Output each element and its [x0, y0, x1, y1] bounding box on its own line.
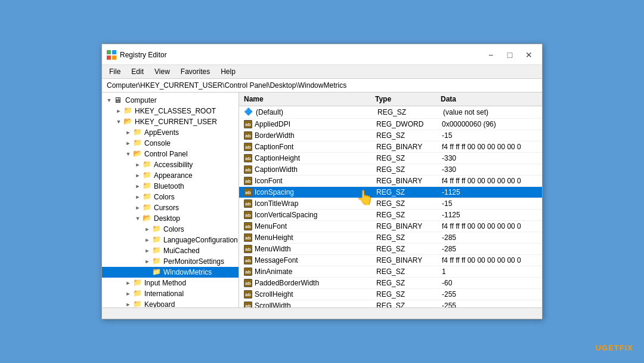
tree-label-controlpanel: Control Panel	[144, 150, 188, 158]
registry-editor-window: Registry Editor − □ ✕ File Edit View Fav…	[101, 44, 543, 319]
expand-windowmetrics	[143, 267, 152, 277]
tree-item-inputmethod[interactable]: ► 📁 Input Method	[102, 278, 239, 288]
reg-icon-scrollheight: ab	[244, 290, 252, 299]
tree-label-international: International	[144, 290, 184, 298]
menu-favorites[interactable]: Favorites	[176, 66, 215, 77]
row-minanimate[interactable]: ab MinAnimate REG_SZ 1	[239, 266, 542, 278]
row-name-menufont: MenuFont	[255, 222, 376, 230]
reg-icon-messagefont: ab	[244, 256, 252, 264]
row-name-default: (Default)	[256, 108, 377, 116]
expand-appearance: ►	[133, 171, 143, 180]
tree-item-desktopcolors[interactable]: ► 📁 Colors	[102, 224, 239, 235]
tree-label-desktop: Desktop	[154, 214, 180, 223]
row-menuwidth[interactable]: ab MenuWidth REG_SZ -285	[239, 244, 542, 255]
folder-desktopcolors-icon: 📁	[152, 224, 162, 234]
row-default[interactable]: 🔷 (Default) REG_SZ (value not set)	[239, 106, 542, 119]
tree-item-international[interactable]: ► 📁 International	[102, 288, 239, 299]
row-name-iconverticalspacing: IconVerticalSpacing	[255, 211, 376, 219]
reg-icon-default: 🔷	[244, 107, 253, 117]
col-header-type: Type	[375, 95, 441, 103]
row-data-iconverticalspacing: -1125	[442, 211, 537, 219]
menu-view[interactable]: View	[150, 66, 175, 77]
row-name-scrollwidth: ScrollWidth	[255, 302, 376, 307]
row-name-iconspacing: IconSpacing	[255, 188, 376, 196]
row-borderwidth[interactable]: ab BorderWidth REG_SZ -15	[239, 130, 542, 141]
expand-computer: ▼	[104, 96, 114, 105]
tree-item-cursors[interactable]: ► 📁 Cursors	[102, 202, 239, 213]
expand-desktop: ▼	[133, 214, 143, 223]
row-menuheight[interactable]: ab MenuHeight REG_SZ -285	[239, 232, 542, 244]
detail-panel: Name Type Data 🔷 (Default) REG_SZ (value…	[239, 93, 542, 307]
tree-label-keyboard: Keyboard	[144, 300, 175, 307]
row-type-messagefont: REG_BINARY	[376, 256, 442, 264]
expand-languagecfg: ►	[143, 235, 152, 245]
tree-label-permonitor: PerMonitorSettings	[163, 257, 224, 266]
tree-label-appearance: Appearance	[154, 171, 193, 180]
tree-item-colors[interactable]: ► 📁 Colors	[102, 192, 239, 202]
row-captionwidth[interactable]: ab CaptionWidth REG_SZ -330	[239, 164, 542, 176]
row-scrollwidth[interactable]: ab ScrollWidth REG_SZ -255	[239, 300, 542, 307]
tree-label-bluetooth: Bluetooth	[154, 182, 184, 190]
row-name-minanimate: MinAnimate	[255, 267, 376, 276]
row-captionfont[interactable]: ab CaptionFont REG_BINARY f4 ff ff ff 00…	[239, 141, 542, 153]
row-iconfont[interactable]: ab IconFont REG_BINARY f4 ff ff ff 00 00…	[239, 176, 542, 187]
tree-item-controlpanel[interactable]: ▼ 📂 Control Panel	[102, 149, 239, 159]
tree-item-accessibility[interactable]: ► 📁 Accessibility	[102, 159, 239, 170]
tree-item-console[interactable]: ► 📁 Console	[102, 138, 239, 149]
row-scrollheight[interactable]: ab ScrollHeight REG_SZ -255	[239, 289, 542, 300]
tree-item-permonitor[interactable]: ► 📁 PerMonitorSettings	[102, 256, 239, 267]
reg-icon-minanimate: ab	[244, 267, 252, 276]
tree-label-cursors: Cursors	[154, 204, 179, 212]
tree-item-hkcu[interactable]: ▼ 📂 HKEY_CURRENT_USER	[102, 116, 239, 127]
tree-label-windowmetrics: WindowMetrics	[163, 268, 212, 276]
tree-label-computer: Computer	[125, 96, 157, 104]
menu-edit[interactable]: Edit	[126, 66, 148, 77]
tree-panel: ▼ 🖥 Computer ► 📁 HKEY_CLASSES_ROOT ▼ 📂 H…	[102, 93, 239, 307]
tree-label-hkcr: HKEY_CLASSES_ROOT	[135, 107, 216, 115]
tree-item-appevents[interactable]: ► 📁 AppEvents	[102, 127, 239, 138]
watermark-highlight: ET	[608, 343, 620, 352]
row-applieddpi[interactable]: ab AppliedDPI REG_DWORD 0x00000060 (96)	[239, 119, 542, 130]
row-icontitlewrap[interactable]: ab IconTitleWrap REG_SZ -15	[239, 198, 542, 210]
row-type-menuheight: REG_SZ	[376, 233, 442, 242]
tree-item-computer[interactable]: ▼ 🖥 Computer	[102, 95, 239, 106]
minimize-button[interactable]: −	[482, 49, 499, 61]
row-messagefont[interactable]: ab MessageFont REG_BINARY f4 ff ff ff 00…	[239, 255, 542, 266]
row-type-menufont: REG_BINARY	[376, 222, 442, 230]
close-button[interactable]: ✕	[521, 49, 537, 61]
tree-item-keyboard[interactable]: ► 📁 Keyboard	[102, 299, 239, 307]
row-type-applieddpi: REG_DWORD	[376, 120, 442, 128]
tree-item-desktop[interactable]: ▼ 📂 Desktop	[102, 213, 239, 224]
row-iconverticalspacing[interactable]: ab IconVerticalSpacing REG_SZ -1125	[239, 210, 542, 221]
row-menufont[interactable]: ab MenuFont REG_BINARY f4 ff ff ff 00 00…	[239, 221, 542, 232]
tree-label-appevents: AppEvents	[144, 128, 179, 137]
row-paddedborderwidth[interactable]: ab PaddedBorderWidth REG_SZ -60	[239, 278, 542, 289]
folder-languagecfg-icon: 📁	[152, 235, 162, 245]
tree-item-hkcr[interactable]: ► 📁 HKEY_CLASSES_ROOT	[102, 106, 239, 116]
tree-label-languagecfg: LanguageConfiguration	[163, 236, 238, 244]
row-captionheight[interactable]: ab CaptionHeight REG_SZ -330	[239, 153, 542, 164]
row-iconspacing[interactable]: ab IconSpacing REG_SZ -1125 👆	[239, 187, 542, 198]
tree-item-appearance[interactable]: ► 📁 Appearance	[102, 170, 239, 181]
tree-item-languagecfg[interactable]: ► 📁 LanguageConfiguration	[102, 235, 239, 245]
status-text	[107, 310, 109, 317]
row-data-default: (value not set)	[443, 108, 537, 116]
tree-label-inputmethod: Input Method	[144, 279, 186, 287]
computer-icon: 🖥	[114, 96, 123, 105]
menu-help[interactable]: Help	[216, 66, 240, 77]
reg-icon-iconspacing: ab	[244, 188, 252, 196]
row-name-captionwidth: CaptionWidth	[255, 165, 376, 174]
row-data-icontitlewrap: -15	[442, 199, 537, 208]
menu-bar: File Edit View Favorites Help	[102, 65, 542, 79]
reg-icon-applieddpi: ab	[244, 120, 252, 128]
reg-icon-menufont: ab	[244, 222, 252, 230]
maximize-button[interactable]: □	[501, 49, 518, 61]
menu-file[interactable]: File	[104, 66, 125, 77]
tree-item-windowmetrics[interactable]: 📁 WindowMetrics	[102, 267, 239, 278]
row-type-menuwidth: REG_SZ	[376, 245, 442, 253]
watermark: UGETFIX	[596, 343, 633, 352]
tree-label-desktopcolors: Colors	[163, 225, 184, 233]
tree-item-muicached[interactable]: ► 📁 MuiCached	[102, 245, 239, 256]
tree-item-bluetooth[interactable]: ► 📁 Bluetooth	[102, 181, 239, 192]
reg-icon-borderwidth: ab	[244, 131, 252, 140]
